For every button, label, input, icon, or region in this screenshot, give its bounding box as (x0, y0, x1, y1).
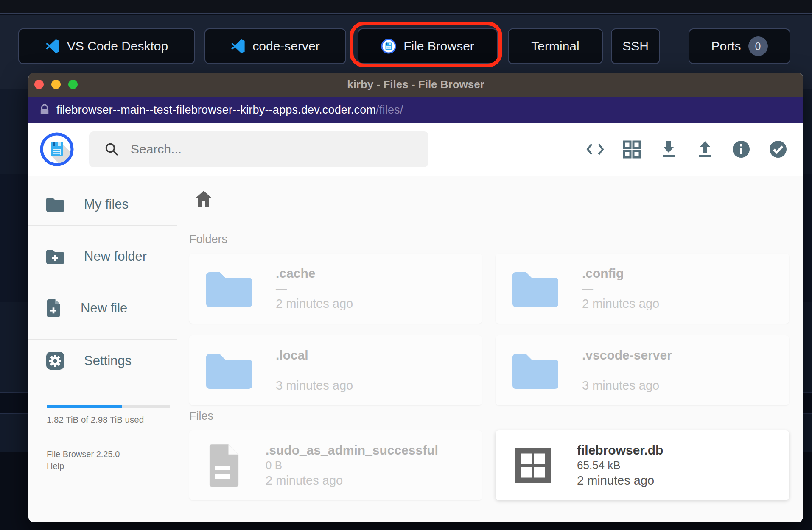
folder-card-vscode-server[interactable]: .vscode-server — 3 minutes ago (496, 335, 789, 405)
select-icon[interactable] (769, 140, 787, 159)
vscode-desktop-button[interactable]: VS Code Desktop (18, 28, 195, 64)
button-label: SSH (622, 39, 649, 53)
ports-button[interactable]: Ports 0 (689, 28, 790, 64)
item-modified: 3 minutes ago (582, 378, 672, 393)
item-info: .local — 3 minutes ago (276, 348, 353, 393)
grid-view-icon[interactable] (622, 140, 641, 159)
sidebar-divider (28, 339, 177, 340)
filebrowser-icon (381, 39, 396, 54)
storage-usage-fill (47, 405, 122, 408)
file-browser-button[interactable]: File Browser (358, 28, 498, 64)
window-title: kirby - Files - File Browser (28, 73, 803, 97)
button-label: File Browser (403, 39, 474, 53)
section-title-files: Files (189, 410, 213, 423)
filebrowser-content: My files New folder New file (28, 176, 803, 522)
filebrowser-toolbar (28, 123, 803, 176)
item-size: — (582, 363, 672, 378)
search-bar (89, 131, 428, 167)
button-label: VS Code Desktop (67, 39, 168, 53)
lock-icon (39, 104, 50, 116)
sidebar-item-label: New file (81, 301, 127, 316)
ports-count-badge: 0 (748, 36, 768, 56)
folder-card-local[interactable]: .local — 3 minutes ago (189, 335, 482, 405)
code-icon[interactable] (586, 140, 605, 159)
sidebar-item-settings[interactable]: Settings (45, 349, 132, 372)
search-icon (104, 142, 119, 156)
sidebar-item-label: New folder (84, 249, 147, 264)
folder-icon (206, 271, 252, 307)
search-input[interactable] (119, 131, 428, 167)
url-text: filebrowser--main--test-filebrowser--kir… (56, 103, 403, 117)
info-icon[interactable] (732, 140, 750, 159)
browser-window: kirby - Files - File Browser filebrowser… (28, 73, 803, 522)
help-link[interactable]: Help (47, 461, 64, 471)
item-name: .vscode-server (582, 348, 672, 363)
folder-card-config[interactable]: .config — 2 minutes ago (496, 254, 789, 324)
terminal-button[interactable]: Terminal (508, 28, 603, 64)
desktop-top-strip (0, 0, 812, 14)
item-name: .local (276, 348, 353, 363)
address-bar[interactable]: filebrowser--main--test-filebrowser--kir… (28, 97, 803, 123)
item-info: .vscode-server — 3 minutes ago (582, 348, 672, 393)
new-folder-icon (45, 248, 65, 265)
sidebar-item-new-file[interactable]: New file (45, 297, 127, 320)
file-card-sudo-as-admin[interactable]: .sudo_as_admin_successful 0 B 2 minutes … (189, 430, 482, 500)
item-modified: 2 minutes ago (582, 296, 659, 311)
folder-icon (45, 196, 65, 212)
item-name: .cache (276, 266, 353, 281)
ssh-button[interactable]: SSH (611, 28, 660, 64)
storage-usage-bar (47, 405, 170, 408)
item-size: — (276, 281, 353, 296)
button-label: Ports (711, 39, 741, 53)
sidebar-item-label: My files (84, 197, 129, 212)
item-info: filebrowser.db 65.54 kB 2 minutes ago (577, 443, 663, 488)
item-size: 65.54 kB (577, 457, 663, 473)
folder-card-cache[interactable]: .cache — 2 minutes ago (189, 254, 482, 324)
settings-gear-icon (45, 351, 65, 371)
window-titlebar: kirby - Files - File Browser (28, 73, 803, 97)
item-name: .sudo_as_admin_successful (266, 443, 438, 457)
folder-icon (512, 271, 558, 307)
sidebar-divider (28, 225, 177, 226)
url-host: filebrowser--main--test-filebrowser--kir… (56, 103, 376, 116)
folder-icon (512, 352, 558, 389)
code-server-button[interactable]: code-server (204, 28, 346, 64)
file-icon (206, 443, 242, 488)
item-info: .cache — 2 minutes ago (276, 266, 353, 311)
item-modified: 2 minutes ago (577, 473, 663, 488)
item-name: .config (582, 266, 659, 281)
url-path: /files/ (376, 103, 403, 116)
item-modified: 2 minutes ago (276, 296, 353, 311)
item-modified: 2 minutes ago (266, 473, 438, 488)
item-info: .config — 2 minutes ago (582, 266, 659, 311)
item-size: — (582, 281, 659, 296)
item-name: filebrowser.db (577, 443, 663, 457)
file-card-filebrowser-db[interactable]: filebrowser.db 65.54 kB 2 minutes ago (496, 430, 789, 500)
close-window-button[interactable] (34, 80, 44, 89)
minimize-window-button[interactable] (51, 80, 61, 89)
sidebar-item-new-folder[interactable]: New folder (45, 245, 147, 268)
sidebar-item-label: Settings (84, 353, 132, 368)
item-modified: 3 minutes ago (276, 378, 353, 393)
item-size: — (276, 363, 353, 378)
filebrowser-logo[interactable] (40, 132, 74, 166)
section-title-folders: Folders (189, 233, 227, 246)
maximize-window-button[interactable] (68, 80, 78, 89)
item-info: .sudo_as_admin_successful 0 B 2 minutes … (266, 443, 438, 488)
vscode-icon (231, 39, 245, 53)
vscode-icon (45, 39, 60, 53)
item-size: 0 B (266, 457, 438, 473)
button-label: code-server (252, 39, 319, 53)
upload-icon[interactable] (696, 140, 714, 159)
database-file-icon (512, 445, 553, 486)
breadcrumb-divider (189, 218, 790, 218)
download-icon[interactable] (659, 140, 678, 159)
home-breadcrumb-icon[interactable] (194, 190, 213, 208)
folder-icon (206, 352, 252, 389)
sidebar-item-my-files[interactable]: My files (45, 193, 129, 216)
app-version: File Browser 2.25.0 (47, 449, 120, 459)
button-label: Terminal (531, 39, 579, 53)
storage-usage-label: 1.82 TiB of 2.98 TiB used (47, 415, 144, 425)
new-file-icon (45, 298, 62, 318)
